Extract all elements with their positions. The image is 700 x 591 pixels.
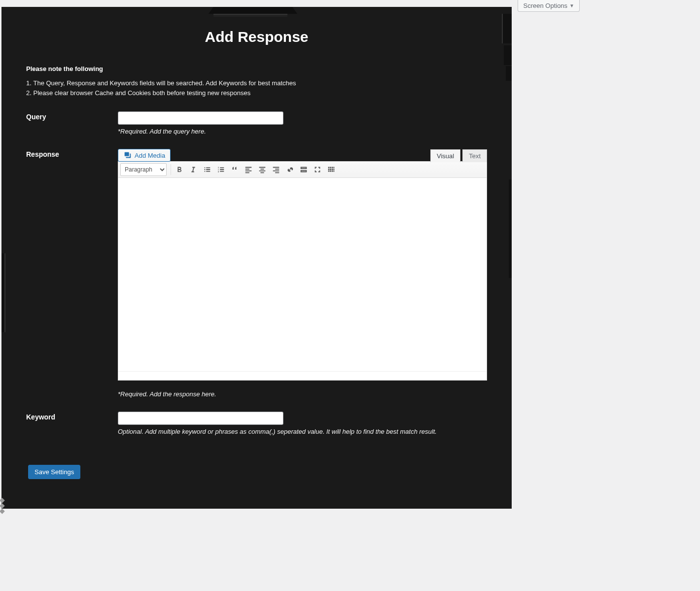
format-select[interactable]: Paragraph (120, 163, 167, 176)
wysiwyg-editor: Paragraph (118, 161, 487, 381)
kitchen-sink-icon (327, 165, 336, 174)
add-media-label: Add Media (135, 152, 165, 159)
add-media-button[interactable]: Add Media (118, 149, 171, 162)
query-label: Query (26, 111, 118, 121)
keyword-help: Optional. Add multiple keyword or phrase… (118, 428, 487, 435)
note-item: The Query, Response and Keywords fields … (26, 79, 487, 87)
save-settings-button[interactable]: Save Settings (28, 465, 80, 479)
decoration: ◆◆◆ (0, 497, 5, 514)
italic-icon (189, 165, 198, 174)
response-row: Response Add Media Visual Text Par (26, 149, 487, 398)
fullscreen-button[interactable] (311, 163, 324, 176)
decoration (502, 14, 512, 43)
query-row: Query *Required. Add the query here. (26, 111, 487, 135)
numbered-list-button[interactable] (214, 163, 227, 176)
response-label: Response (26, 149, 118, 158)
content-area: Please note the following The Query, Res… (1, 65, 512, 509)
note-item: Please clear browser Cache and Cookies b… (26, 89, 487, 97)
keyword-input[interactable] (118, 412, 283, 425)
align-center-button[interactable] (256, 163, 269, 176)
readmore-icon (299, 165, 308, 174)
align-center-icon (258, 165, 267, 174)
numbered-list-icon (216, 165, 225, 174)
main-panel: ◆◆◆ Add Response Please note the followi… (1, 7, 512, 509)
query-help: *Required. Add the query here. (118, 128, 487, 135)
decoration (504, 45, 512, 65)
decoration (509, 179, 512, 278)
notes-heading: Please note the following (26, 65, 487, 72)
link-button[interactable] (283, 163, 296, 176)
align-right-button[interactable] (270, 163, 282, 176)
screen-options-button[interactable]: Screen Options ▼ (518, 0, 580, 12)
toolbar-toggle-button[interactable] (325, 163, 338, 176)
link-icon (285, 165, 294, 174)
read-more-button[interactable] (297, 163, 310, 176)
fullscreen-icon (313, 165, 322, 174)
chevron-down-icon: ▼ (569, 3, 574, 8)
tab-visual[interactable]: Visual (430, 149, 460, 162)
keyword-row: Keyword Optional. Add multiple keyword o… (26, 412, 487, 435)
bold-button[interactable] (173, 163, 186, 176)
align-left-icon (244, 165, 253, 174)
notes-list: The Query, Response and Keywords fields … (26, 79, 487, 97)
tab-text[interactable]: Text (462, 149, 487, 162)
screen-options-label: Screen Options (523, 2, 567, 9)
quote-icon (230, 165, 239, 174)
decoration (1, 253, 5, 332)
blockquote-button[interactable] (228, 163, 241, 176)
align-right-icon (272, 165, 280, 174)
editor-content-area[interactable] (118, 178, 487, 371)
keyword-label: Keyword (26, 412, 118, 421)
media-icon (123, 151, 132, 160)
editor-statusbar (118, 371, 487, 380)
editor-toolbar: Paragraph (118, 162, 487, 178)
bullet-list-button[interactable] (201, 163, 213, 176)
bold-icon (175, 165, 184, 174)
italic-button[interactable] (187, 163, 200, 176)
bullet-list-icon (203, 165, 211, 174)
response-help: *Required. Add the response here. (118, 390, 487, 398)
editor-tabs: Visual Text (430, 149, 487, 162)
align-left-button[interactable] (242, 163, 255, 176)
decoration (506, 66, 512, 81)
query-input[interactable] (118, 111, 283, 125)
